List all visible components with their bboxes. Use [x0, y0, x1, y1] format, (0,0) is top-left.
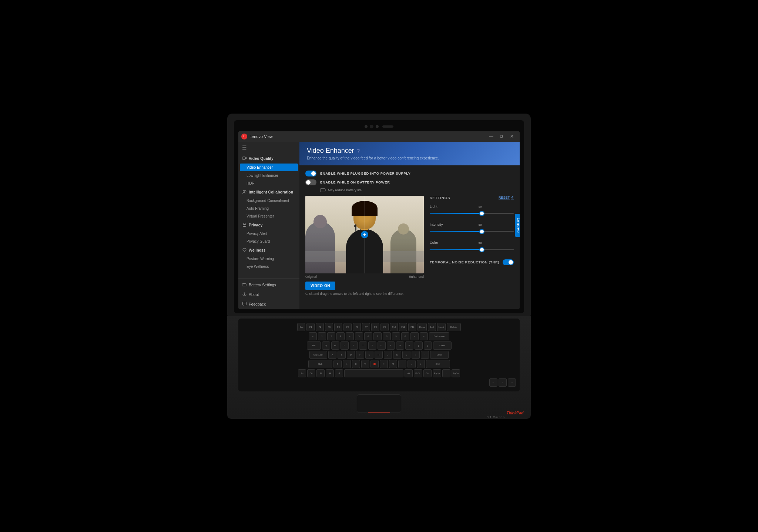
key-f7[interactable]: F7 — [362, 323, 370, 331]
key-pgup[interactable]: PgUp — [433, 369, 441, 377]
key-apostrophe[interactable]: ' — [421, 351, 429, 359]
sidebar-child-hdr[interactable]: HDR — [238, 179, 299, 187]
key-ctrl-r[interactable]: Ctrl — [423, 369, 432, 377]
key-m[interactable]: M — [389, 360, 397, 368]
key-a[interactable]: A — [328, 351, 336, 359]
key-right[interactable]: → — [508, 378, 516, 387]
reset-button[interactable]: RESET ↺ — [499, 196, 514, 199]
key-f9[interactable]: F9 — [380, 323, 389, 331]
slider-light-thumb[interactable]: 50 — [479, 211, 484, 216]
key-f3[interactable]: F3 — [325, 323, 333, 331]
key-f4[interactable]: F4 — [334, 323, 342, 331]
tnr-toggle[interactable] — [503, 259, 514, 265]
key-shift-r[interactable]: Shift — [426, 360, 450, 368]
key-8[interactable]: 8 — [383, 332, 391, 340]
sidebar-child-eye-wellness[interactable]: Eye Wellness — [238, 263, 299, 270]
key-9[interactable]: 9 — [392, 332, 400, 340]
key-0[interactable]: 0 — [401, 332, 409, 340]
key-f5[interactable]: F5 — [343, 323, 352, 331]
key-enter[interactable]: Enter — [433, 341, 452, 350]
key-delete[interactable]: Delete — [447, 323, 461, 331]
key-j[interactable]: J — [384, 351, 392, 359]
key-q[interactable]: Q — [322, 341, 330, 350]
key-backspace[interactable]: Backspace — [429, 332, 449, 340]
key-period[interactable]: . — [407, 360, 416, 368]
key-k[interactable]: K — [393, 351, 401, 359]
key-l[interactable]: L — [402, 351, 410, 359]
key-left[interactable]: ← — [489, 378, 497, 387]
key-minus[interactable]: - — [410, 332, 419, 340]
key-1[interactable]: 1 — [318, 332, 326, 340]
key-f2[interactable]: F2 — [316, 323, 324, 331]
key-space[interactable] — [344, 369, 403, 377]
key-3[interactable]: 3 — [336, 332, 345, 340]
key-o[interactable]: O — [396, 341, 404, 350]
hamburger-menu[interactable]: ☰ — [238, 142, 299, 154]
key-r[interactable]: R — [350, 341, 358, 350]
key-home[interactable]: Home — [417, 323, 426, 331]
sidebar-child-virtual-presenter[interactable]: Virtual Presenter — [238, 212, 299, 220]
sidebar-child-autoframing[interactable]: Auto Framing — [238, 205, 299, 212]
key-ctrl-l[interactable]: Ctrl — [307, 369, 315, 377]
key-esc[interactable]: Esc — [297, 323, 305, 331]
key-insert[interactable]: Insert — [437, 323, 446, 331]
slider-intensity-thumb[interactable]: 50 — [479, 229, 484, 234]
key-5[interactable]: 5 — [355, 332, 363, 340]
slider-intensity-track[interactable]: 50 — [430, 228, 514, 235]
key-caps[interactable]: CapsLock — [309, 351, 327, 359]
key-y[interactable]: Y — [368, 341, 376, 350]
sidebar-child-posture[interactable]: Posture Warning — [238, 255, 299, 263]
lenovo-side-tab[interactable]: Lenovo — [515, 214, 520, 237]
key-x[interactable]: X — [343, 360, 351, 368]
key-prtsc[interactable]: PrtSc — [414, 369, 422, 377]
key-v[interactable]: V — [361, 360, 369, 368]
key-rbracket[interactable]: ] — [424, 341, 432, 350]
key-7[interactable]: 7 — [373, 332, 382, 340]
key-lang[interactable]: ☸ — [335, 369, 343, 377]
trackpoint[interactable] — [373, 363, 376, 365]
sidebar-child-background[interactable]: Background Concealment — [238, 197, 299, 205]
key-f8[interactable]: F8 — [371, 323, 379, 331]
sidebar-child-lowlight[interactable]: Low-light Enhancer — [238, 172, 299, 179]
sidebar-child-privacy-alert[interactable]: Privacy Alert — [238, 230, 299, 238]
key-p[interactable]: P — [405, 341, 413, 350]
minimize-button[interactable]: — — [486, 133, 496, 140]
key-equals[interactable]: = — [420, 332, 428, 340]
key-z[interactable]: Z — [333, 360, 342, 368]
video-on-button[interactable]: VIDEO ON — [305, 282, 335, 290]
key-win[interactable]: ⊞ — [316, 369, 325, 377]
sidebar-child-privacy-guard[interactable]: Privacy Guard — [238, 238, 299, 245]
sidebar-child-video-enhancer[interactable]: Video Enhancer — [240, 164, 298, 171]
key-c[interactable]: C — [352, 360, 360, 368]
help-icon[interactable]: ? — [357, 148, 360, 154]
key-comma[interactable]: , — [398, 360, 406, 368]
key-f10[interactable]: F10 — [390, 323, 398, 331]
key-up[interactable]: ↑ — [442, 369, 450, 377]
key-alt-r[interactable]: Alt — [405, 369, 413, 377]
slider-color-track[interactable]: 50 — [430, 246, 514, 253]
key-n[interactable]: N — [380, 360, 388, 368]
key-f12[interactable]: F12 — [408, 323, 416, 331]
key-h[interactable]: H — [375, 351, 383, 359]
key-f1[interactable]: F1 — [306, 323, 315, 331]
sidebar-item-collaboration[interactable]: Intelligent Collaboration — [238, 187, 299, 197]
key-u[interactable]: U — [378, 341, 386, 350]
key-pgdn[interactable]: PgDn — [452, 369, 460, 377]
toggle-battery-switch[interactable] — [305, 179, 316, 185]
toggle-power-switch[interactable] — [305, 171, 316, 176]
sidebar-item-battery-settings[interactable]: Battery Settings — [238, 280, 299, 290]
key-2[interactable]: 2 — [327, 332, 335, 340]
key-f6[interactable]: F6 — [353, 323, 361, 331]
sidebar-item-about[interactable]: About — [238, 290, 299, 299]
key-f11[interactable]: F11 — [399, 323, 407, 331]
restore-button[interactable]: ⧉ — [497, 133, 506, 140]
key-end[interactable]: End — [428, 323, 436, 331]
key-s[interactable]: S — [338, 351, 346, 359]
key-d[interactable]: D — [347, 351, 355, 359]
slider-light-track[interactable]: 50 — [430, 210, 514, 217]
key-alt-l[interactable]: Alt — [326, 369, 334, 377]
key-6[interactable]: 6 — [364, 332, 372, 340]
trackpad[interactable] — [357, 394, 401, 413]
key-4[interactable]: 4 — [346, 332, 354, 340]
key-t[interactable]: T — [359, 341, 367, 350]
